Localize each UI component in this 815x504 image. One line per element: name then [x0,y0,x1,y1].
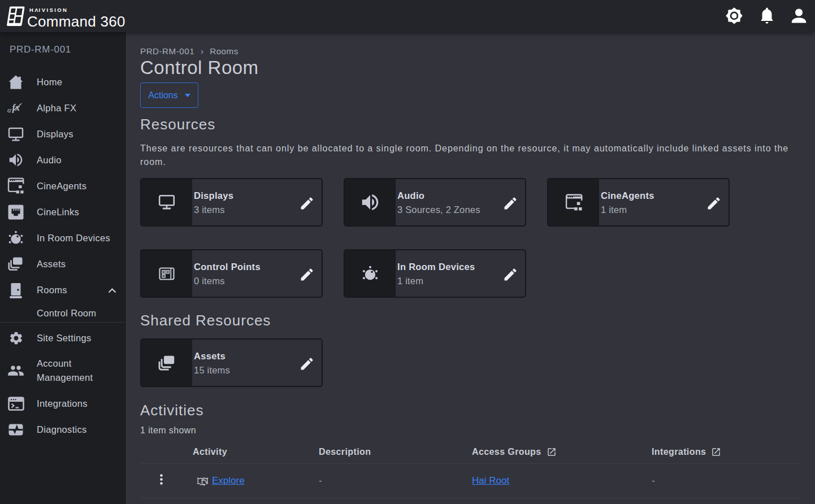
svg-text:α: α [7,106,12,114]
